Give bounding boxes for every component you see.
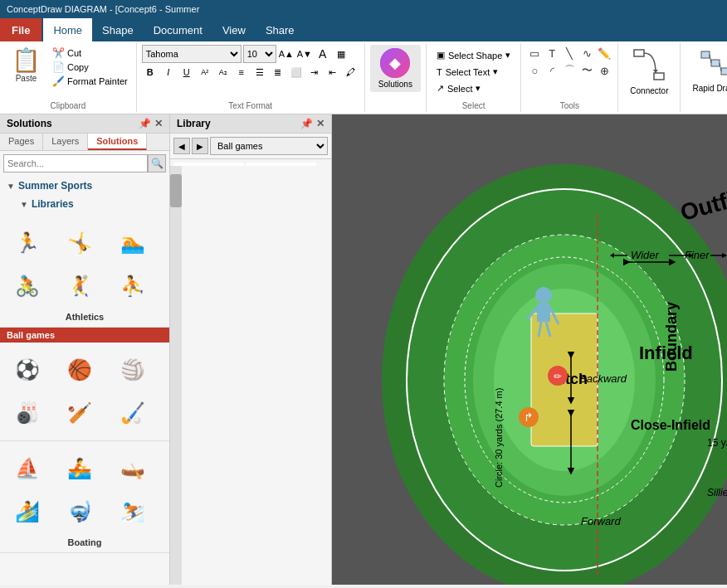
menu-shape[interactable]: Shape — [92, 18, 144, 41]
library-close-button[interactable]: ✕ — [316, 118, 324, 129]
bold-button[interactable]: B — [142, 65, 159, 80]
select-group: ▣ Select Shape ▾ T Select Text ▾ ↗ Selec… — [427, 43, 521, 112]
select-button[interactable]: ↗ Select ▾ — [432, 81, 515, 95]
select-text-icon: T — [437, 67, 442, 77]
font-size-select[interactable]: 10 — [243, 45, 276, 63]
outdent-btn[interactable]: ⇤ — [324, 65, 341, 80]
italic-button[interactable]: I — [160, 65, 177, 80]
align-center-btn[interactable]: ☰ — [251, 65, 268, 80]
select-text-button[interactable]: T Select Text ▾ — [432, 65, 515, 79]
superscript-btn[interactable]: A² — [197, 65, 213, 80]
align-right-btn[interactable]: ≣ — [270, 65, 286, 80]
boating-icon-6[interactable]: ⛷️ — [112, 491, 154, 532]
format-painter-label: Format Painter — [67, 76, 128, 86]
solutions-button[interactable]: ◆ Solutions — [370, 45, 421, 92]
copy-label: Copy — [67, 62, 89, 72]
main-content: Solutions 📌 ✕ Pages Layers Solutions 🔍 ▼… — [0, 114, 727, 585]
svg-text:✏: ✏ — [554, 371, 562, 382]
athletics-icon-2[interactable]: 🤸 — [59, 222, 100, 264]
zoom-tool[interactable]: ⊕ — [596, 62, 612, 79]
summer-sports-tree-item[interactable]: ▼ Summer Sports — [0, 177, 169, 194]
athletics-icon-4[interactable]: 🚴 — [7, 265, 48, 307]
copy-button[interactable]: 📄 Copy — [49, 61, 131, 74]
tab-layers[interactable]: Layers — [43, 134, 88, 150]
increase-font-btn[interactable]: A▲ — [278, 46, 295, 61]
line-tool[interactable]: ╲ — [561, 45, 578, 61]
select-chevron: ▾ — [476, 83, 481, 94]
ball-games-header[interactable]: Ball games — [0, 328, 169, 343]
pen-tool[interactable]: ✏️ — [596, 45, 612, 61]
ball-icon-4[interactable]: 🎳 — [7, 392, 48, 434]
ball-icon-1[interactable]: ⚽ — [7, 349, 48, 391]
format-painter-button[interactable]: 🖌️ Format Painter — [49, 75, 131, 88]
select-shape-label: Select Shape — [448, 51, 502, 61]
boating-icon-2[interactable]: 🚣 — [59, 448, 100, 489]
lib-nav-forward[interactable]: ▶ — [192, 138, 208, 154]
ball-icon-3[interactable]: 🏐 — [112, 349, 154, 391]
athletics-title: Athletics — [3, 310, 166, 323]
athletics-icon-5[interactable]: 🤾 — [59, 265, 100, 307]
lib-nav-back[interactable]: ◀ — [173, 138, 190, 154]
tools-group-label: Tools — [560, 100, 579, 110]
curve-tool[interactable]: ∿ — [578, 45, 595, 61]
tab-pages[interactable]: Pages — [0, 134, 43, 150]
highlight-btn[interactable]: ▦ — [333, 46, 349, 61]
decrease-font-btn[interactable]: A▼ — [296, 46, 313, 61]
solutions-panel: Solutions 📌 ✕ Pages Layers Solutions 🔍 ▼… — [0, 114, 170, 585]
library-scrollbar[interactable] — [170, 166, 182, 585]
lib-item-beach-volleyb1[interactable]: 🏐 Beach volleyba... — [246, 163, 316, 166]
library-pin-button[interactable]: 📌 — [300, 118, 313, 129]
tab-solutions[interactable]: Solutions — [88, 134, 147, 150]
font-family-select[interactable]: Tahoma — [142, 45, 242, 63]
svg-text:15 ya: 15 ya — [707, 437, 727, 449]
arc-tool[interactable]: ◜ — [544, 62, 560, 79]
circle-tool[interactable]: ○ — [526, 62, 543, 79]
lib-item-beach-handb1[interactable]: 🤾 Beach handb... — [173, 163, 244, 166]
athletics-icon-3[interactable]: 🏊 — [112, 222, 154, 264]
select-shape-button[interactable]: ▣ Select Shape ▾ — [432, 48, 515, 62]
underline-button[interactable]: U — [178, 65, 195, 80]
svg-rect-6 — [711, 60, 720, 66]
svg-text:Sillier: Sillier — [707, 487, 727, 498]
pin-button[interactable]: 📌 — [139, 118, 151, 129]
indent-btn[interactable]: ⇥ — [306, 65, 323, 80]
boating-icon-3[interactable]: 🛶 — [112, 448, 154, 489]
ball-icon-2[interactable]: 🏀 — [59, 349, 100, 391]
search-button[interactable]: 🔍 — [148, 154, 166, 173]
athletics-icon-6[interactable]: ⛹️ — [112, 265, 154, 307]
canvas[interactable]: Boundary Outfield Infield Close-Infield … — [332, 114, 727, 585]
library-dropdown[interactable]: Ball games — [210, 137, 328, 155]
align-left-btn[interactable]: ≡ — [233, 65, 250, 80]
ball-icon-6[interactable]: 🏑 — [112, 392, 154, 434]
ball-games-content: ⚽ 🏀 🏐 🎳 🏏 🏑 — [0, 343, 169, 440]
polyline-tool[interactable]: ⌒ — [561, 62, 578, 79]
highlight2-btn[interactable]: 🖍 — [343, 65, 359, 80]
athletics-icon-1[interactable]: 🏃 — [7, 222, 48, 264]
menu-share[interactable]: Share — [256, 18, 305, 41]
boating-icon-1[interactable]: ⛵ — [7, 448, 48, 489]
paste-button[interactable]: 📋 Paste — [5, 45, 47, 85]
connector-group: Connector — [618, 43, 681, 112]
boating-icon-4[interactable]: 🏄 — [7, 491, 48, 532]
text-tool[interactable]: T — [544, 45, 560, 61]
font-color-btn[interactable]: A — [315, 46, 331, 61]
rect-tool[interactable]: ▭ — [526, 45, 543, 61]
menu-document[interactable]: Document — [144, 18, 212, 41]
menu-view[interactable]: View — [212, 18, 256, 41]
cut-button[interactable]: ✂️ Cut — [49, 46, 131, 60]
menu-home[interactable]: Home — [43, 18, 92, 41]
libraries-tree-item[interactable]: ▼ Libraries — [0, 196, 169, 212]
rapid-draw-button[interactable]: Rapid Draw — [686, 45, 727, 96]
file-menu-button[interactable]: File — [0, 18, 41, 41]
solutions-search-input[interactable] — [3, 154, 148, 173]
ball-icon-5[interactable]: 🏏 — [59, 392, 100, 434]
svg-text:◆: ◆ — [389, 55, 401, 71]
close-panel-button[interactable]: ✕ — [154, 118, 163, 129]
boating-icon-5[interactable]: 🤿 — [59, 491, 100, 532]
left-sections: ▼ Summer Sports ▼ Libraries 🏃 🤸 🏊 — [0, 176, 169, 585]
svg-rect-3 — [654, 73, 664, 80]
subscript-btn[interactable]: A₂ — [215, 65, 232, 80]
freehand-tool[interactable]: 〜 — [578, 62, 595, 79]
connector-button[interactable]: Connector — [623, 45, 675, 99]
justify-btn[interactable]: ⬜ — [288, 65, 305, 80]
